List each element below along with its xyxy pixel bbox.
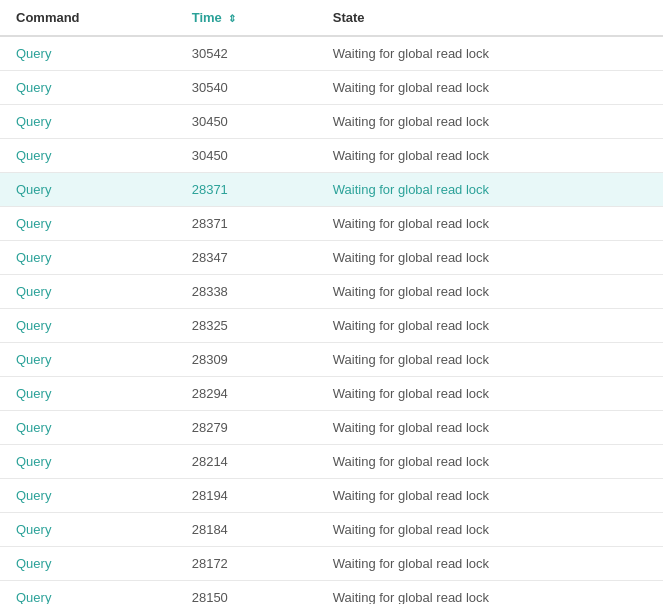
cell-command: Query	[0, 36, 176, 71]
cell-command: Query	[0, 513, 176, 547]
cell-state: Waiting for global read lock	[317, 547, 663, 581]
table-row[interactable]: Query28279Waiting for global read lock	[0, 411, 663, 445]
cell-state: Waiting for global read lock	[317, 207, 663, 241]
cell-command: Query	[0, 241, 176, 275]
cell-state: Waiting for global read lock	[317, 445, 663, 479]
cell-state: Waiting for global read lock	[317, 513, 663, 547]
table-row[interactable]: Query28194Waiting for global read lock	[0, 479, 663, 513]
cell-time: 28347	[176, 241, 317, 275]
cell-command: Query	[0, 445, 176, 479]
cell-time: 28194	[176, 479, 317, 513]
cell-time: 30542	[176, 36, 317, 71]
cell-state: Waiting for global read lock	[317, 36, 663, 71]
cell-command: Query	[0, 139, 176, 173]
table-row[interactable]: Query28214Waiting for global read lock	[0, 445, 663, 479]
column-header-time[interactable]: Time ⇕	[176, 0, 317, 36]
cell-command: Query	[0, 343, 176, 377]
column-header-state: State	[317, 0, 663, 36]
table-row[interactable]: Query28338Waiting for global read lock	[0, 275, 663, 309]
cell-state: Waiting for global read lock	[317, 241, 663, 275]
table-row[interactable]: Query28172Waiting for global read lock	[0, 547, 663, 581]
table-row[interactable]: Query30540Waiting for global read lock	[0, 71, 663, 105]
cell-state: Waiting for global read lock	[317, 105, 663, 139]
table-row[interactable]: Query28309Waiting for global read lock	[0, 343, 663, 377]
table-row[interactable]: Query28150Waiting for global read lock	[0, 581, 663, 605]
cell-state: Waiting for global read lock	[317, 581, 663, 605]
cell-state: Waiting for global read lock	[317, 343, 663, 377]
cell-command: Query	[0, 309, 176, 343]
cell-time: 28150	[176, 581, 317, 605]
cell-state: Waiting for global read lock	[317, 71, 663, 105]
cell-time: 30450	[176, 139, 317, 173]
table-row[interactable]: Query28371Waiting for global read lock	[0, 207, 663, 241]
cell-command: Query	[0, 207, 176, 241]
cell-state: Waiting for global read lock	[317, 479, 663, 513]
table-row[interactable]: Query28294Waiting for global read lock	[0, 377, 663, 411]
cell-command: Query	[0, 173, 176, 207]
cell-command: Query	[0, 105, 176, 139]
cell-state: Waiting for global read lock	[317, 139, 663, 173]
cell-time: 28309	[176, 343, 317, 377]
cell-time: 28294	[176, 377, 317, 411]
table-row[interactable]: Query30542Waiting for global read lock	[0, 36, 663, 71]
table-row[interactable]: Query28347Waiting for global read lock	[0, 241, 663, 275]
table-body: Query30542Waiting for global read lockQu…	[0, 36, 663, 604]
table-row[interactable]: Query28371Waiting for global read lock	[0, 173, 663, 207]
cell-command: Query	[0, 275, 176, 309]
cell-command: Query	[0, 71, 176, 105]
cell-command: Query	[0, 547, 176, 581]
cell-state: Waiting for global read lock	[317, 411, 663, 445]
table-row[interactable]: Query28184Waiting for global read lock	[0, 513, 663, 547]
cell-time: 28371	[176, 207, 317, 241]
cell-command: Query	[0, 581, 176, 605]
cell-time: 28325	[176, 309, 317, 343]
cell-time: 30540	[176, 71, 317, 105]
cell-time: 28214	[176, 445, 317, 479]
table-row[interactable]: Query30450Waiting for global read lock	[0, 139, 663, 173]
cell-command: Query	[0, 479, 176, 513]
cell-state: Waiting for global read lock	[317, 377, 663, 411]
process-table: Command Time ⇕ State Query30542Waiting f…	[0, 0, 663, 604]
sort-icon: ⇕	[228, 13, 236, 24]
cell-command: Query	[0, 377, 176, 411]
cell-time: 28371	[176, 173, 317, 207]
table-row[interactable]: Query30450Waiting for global read lock	[0, 105, 663, 139]
cell-state: Waiting for global read lock	[317, 173, 663, 207]
cell-command: Query	[0, 411, 176, 445]
cell-time: 28279	[176, 411, 317, 445]
cell-time: 30450	[176, 105, 317, 139]
table-container: Command Time ⇕ State Query30542Waiting f…	[0, 0, 663, 604]
table-header-row: Command Time ⇕ State	[0, 0, 663, 36]
cell-time: 28338	[176, 275, 317, 309]
cell-time: 28184	[176, 513, 317, 547]
cell-state: Waiting for global read lock	[317, 309, 663, 343]
cell-state: Waiting for global read lock	[317, 275, 663, 309]
table-row[interactable]: Query28325Waiting for global read lock	[0, 309, 663, 343]
cell-time: 28172	[176, 547, 317, 581]
column-header-command: Command	[0, 0, 176, 36]
